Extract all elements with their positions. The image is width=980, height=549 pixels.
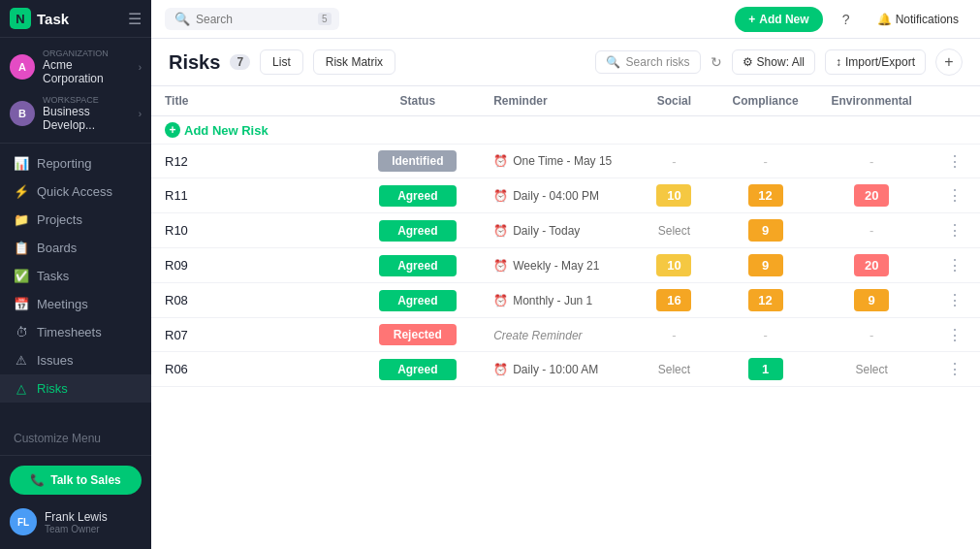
more-options-icon[interactable]: ⋮ xyxy=(943,290,966,310)
sidebar-item-quick-access[interactable]: ⚡ Quick Access xyxy=(0,178,151,206)
show-all-button[interactable]: ⚙ Show: All xyxy=(732,49,815,75)
risk-status[interactable]: Rejected xyxy=(355,318,480,352)
row-actions[interactable]: ⋮ xyxy=(930,178,980,213)
notifications-label: Notifications xyxy=(896,13,959,26)
more-options-icon[interactable]: ⋮ xyxy=(943,359,966,379)
risks-table-container: Title Status Reminder Social Compliance … xyxy=(151,86,980,549)
sidebar-item-reporting[interactable]: 📊 Reporting xyxy=(0,149,151,178)
sidebar-item-projects[interactable]: 📁 Projects xyxy=(0,206,151,234)
table-row: R09Agreed⏰Weekly - May 2110920⋮ xyxy=(151,248,980,283)
risk-reminder[interactable]: Create Reminder xyxy=(480,318,631,352)
reporting-icon: 📊 xyxy=(14,156,29,171)
row-actions[interactable]: ⋮ xyxy=(930,213,980,248)
risk-id: R09 xyxy=(151,248,355,283)
score-cell: 10 xyxy=(656,254,691,276)
customize-menu-item[interactable]: Customize Menu xyxy=(0,425,151,455)
import-export-button[interactable]: ↕ Import/Export xyxy=(825,49,926,75)
risk-social: - xyxy=(631,145,717,178)
table-row: R11Agreed⏰Daily - 04:00 PM101220⋮ xyxy=(151,178,980,213)
hamburger-icon[interactable]: ☰ xyxy=(128,10,142,28)
create-reminder-link[interactable]: Create Reminder xyxy=(493,329,582,342)
add-risk-label[interactable]: + Add New Risk xyxy=(151,116,980,145)
risk-environmental[interactable]: Select xyxy=(813,352,930,387)
meetings-icon: 📅 xyxy=(14,297,29,311)
risk-status[interactable]: Agreed xyxy=(355,283,480,318)
logo-icon: N xyxy=(10,8,31,29)
sidebar-item-meetings[interactable]: 📅 Meetings xyxy=(0,290,151,318)
nav-label-meetings: Meetings xyxy=(37,297,88,311)
risk-compliance: 9 xyxy=(717,213,814,248)
add-new-button[interactable]: + Add New xyxy=(735,7,822,32)
search-box[interactable]: 🔍 5 xyxy=(165,8,339,30)
table-row: R08Agreed⏰Monthly - Jun 116129⋮ xyxy=(151,283,980,318)
talk-to-sales-button[interactable]: 📞 Talk to Sales xyxy=(10,466,142,495)
row-actions[interactable]: ⋮ xyxy=(930,318,980,352)
risk-environmental: 9 xyxy=(813,283,930,318)
sidebar-item-boards[interactable]: 📋 Boards xyxy=(0,234,151,262)
risk-status[interactable]: Agreed xyxy=(355,178,480,213)
select-cell[interactable]: Select xyxy=(658,363,690,376)
risk-id: R11 xyxy=(151,178,355,213)
clock-icon: ⏰ xyxy=(493,224,508,238)
select-cell[interactable]: Select xyxy=(658,224,690,238)
status-badge: Agreed xyxy=(379,185,457,207)
row-actions[interactable]: ⋮ xyxy=(930,145,980,178)
reminder-text: Daily - 10:00 AM xyxy=(513,363,598,376)
sidebar-item-issues[interactable]: ⚠ Issues xyxy=(0,346,151,374)
more-options-icon[interactable]: ⋮ xyxy=(943,151,966,172)
add-icon: + xyxy=(165,122,180,138)
user-profile[interactable]: FL Frank Lewis Team Owner xyxy=(10,504,142,539)
score-cell: 20 xyxy=(854,254,889,276)
reminder-text: Daily - 04:00 PM xyxy=(513,189,599,203)
risk-status[interactable]: Identified xyxy=(355,145,480,178)
header-environmental: Environmental xyxy=(813,86,930,116)
import-export-label: Import/Export xyxy=(845,55,915,69)
risk-id: R12 xyxy=(151,145,355,178)
risk-status[interactable]: Agreed xyxy=(355,213,480,248)
list-view-button[interactable]: List xyxy=(260,49,303,75)
risk-status[interactable]: Agreed xyxy=(355,352,480,387)
status-badge: Agreed xyxy=(379,359,457,380)
org-label: Organization xyxy=(43,48,131,58)
risk-matrix-button[interactable]: Risk Matrix xyxy=(313,49,395,75)
sidebar-item-risks[interactable]: △ Risks xyxy=(0,374,151,403)
header-compliance: Compliance xyxy=(717,86,814,116)
refresh-button[interactable]: ↻ xyxy=(711,54,722,70)
organization-item[interactable]: A Organization Acme Corporation › xyxy=(10,44,142,90)
header-status: Status xyxy=(355,86,480,116)
table-row: R12Identified⏰One Time - May 15---⋮ xyxy=(151,145,980,178)
risk-status[interactable]: Agreed xyxy=(355,248,480,283)
search-input[interactable] xyxy=(196,13,312,26)
more-options-icon[interactable]: ⋮ xyxy=(943,185,966,206)
add-column-button[interactable]: + xyxy=(935,48,963,76)
risk-reminder: ⏰Daily - 10:00 AM xyxy=(480,352,631,387)
more-options-icon[interactable]: ⋮ xyxy=(943,325,966,345)
sidebar-bottom: 📞 Talk to Sales FL Frank Lewis Team Owne… xyxy=(0,455,151,549)
more-options-icon[interactable]: ⋮ xyxy=(943,220,966,241)
nav-label-reporting: Reporting xyxy=(37,156,91,171)
risk-social[interactable]: Select xyxy=(631,213,717,248)
score-cell: 1 xyxy=(748,358,783,380)
search-risks-box[interactable]: 🔍 Search risks xyxy=(595,50,701,74)
clock-icon: ⏰ xyxy=(493,189,508,203)
more-options-icon[interactable]: ⋮ xyxy=(943,255,966,275)
help-icon: ? xyxy=(842,12,850,27)
sidebar-item-timesheets[interactable]: ⏱ Timesheets xyxy=(0,318,151,346)
risk-compliance: 12 xyxy=(717,283,814,318)
row-actions[interactable]: ⋮ xyxy=(930,283,980,318)
risks-table: Title Status Reminder Social Compliance … xyxy=(151,86,980,387)
help-button[interactable]: ? xyxy=(833,6,860,33)
chevron-right-icon: › xyxy=(139,62,142,73)
reminder-cell: ⏰Daily - 10:00 AM xyxy=(493,363,617,376)
phone-icon: 📞 xyxy=(30,473,45,487)
notifications-button[interactable]: 🔔 Notifications xyxy=(869,9,966,30)
add-risk-row[interactable]: + Add New Risk xyxy=(151,116,980,145)
sidebar-item-tasks[interactable]: ✅ Tasks xyxy=(0,262,151,290)
row-actions[interactable]: ⋮ xyxy=(930,352,980,387)
row-actions[interactable]: ⋮ xyxy=(930,248,980,283)
risk-social[interactable]: Select xyxy=(631,352,717,387)
boards-icon: 📋 xyxy=(14,241,29,255)
workspace-item[interactable]: B Workspace Business Develop... › xyxy=(10,90,142,137)
customize-menu-label: Customize Menu xyxy=(14,432,101,445)
select-cell[interactable]: Select xyxy=(856,363,888,376)
